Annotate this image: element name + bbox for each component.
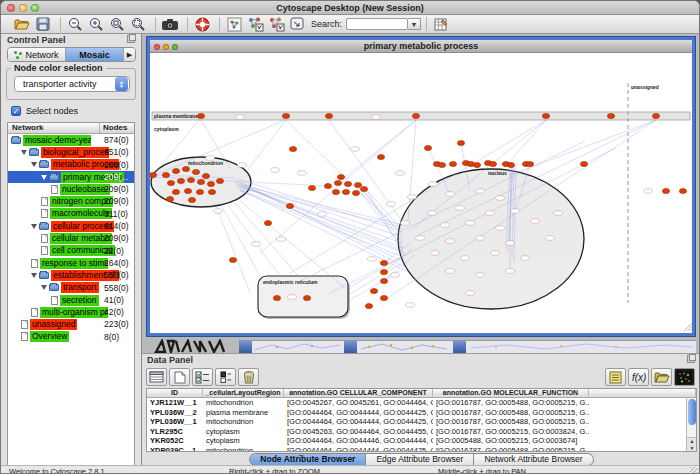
- network-label-node[interactable]: [446, 239, 455, 244]
- table-cell[interactable]: [GO:0045267, GO:0045261, GO:0044464, G..…: [284, 398, 433, 407]
- network-node[interactable]: [449, 161, 456, 166]
- attribute-table-row[interactable]: YJR121W__1mitochondrion[GO:0045267, GO:0…: [147, 398, 696, 408]
- network-node[interactable]: [166, 196, 173, 201]
- network-node[interactable]: [286, 203, 293, 208]
- network-label-node[interactable]: [214, 209, 223, 214]
- network-label-node[interactable]: [491, 251, 500, 256]
- network-node[interactable]: [192, 169, 199, 174]
- network-label-node[interactable]: [521, 256, 530, 261]
- tree-row-label[interactable]: biological_process: [41, 147, 109, 158]
- network-node[interactable]: [342, 189, 349, 194]
- network-label-node[interactable]: [554, 211, 563, 216]
- network-label-node[interactable]: [298, 171, 307, 176]
- network-label-node[interactable]: [446, 269, 455, 274]
- network-node[interactable]: [207, 181, 214, 186]
- background-window-thumbnail[interactable]: [252, 340, 344, 353]
- table-cell[interactable]: YPL036W__2: [147, 408, 203, 417]
- tree-row[interactable]: nucleobase-209(0): [8, 183, 134, 195]
- network-node[interactable]: [216, 178, 223, 183]
- network-node[interactable]: [380, 269, 387, 274]
- import-table-icon[interactable]: [432, 16, 450, 32]
- save-session-icon[interactable]: [34, 16, 52, 32]
- network-label-node[interactable]: [372, 115, 381, 120]
- compartment-nucleus[interactable]: [398, 169, 584, 309]
- new-attribute-icon[interactable]: [169, 368, 190, 386]
- network-node[interactable]: [177, 178, 184, 183]
- network-label-node[interactable]: [486, 211, 495, 216]
- table-cell[interactable]: mitochondrion: [203, 446, 284, 452]
- network-node[interactable]: [380, 278, 387, 283]
- network-node[interactable]: [187, 177, 194, 182]
- network-node[interactable]: [542, 113, 549, 118]
- tree-row[interactable]: secretion41(0): [8, 294, 134, 306]
- help-lifesaver-icon[interactable]: [193, 16, 211, 32]
- tree-row[interactable]: mosaic-demo-yeast874(0): [8, 134, 134, 146]
- network-node[interactable]: [324, 183, 331, 188]
- tree-row-label[interactable]: Overview: [30, 331, 69, 342]
- search-input[interactable]: [346, 18, 408, 30]
- network-label-node[interactable]: [506, 269, 515, 274]
- network-node[interactable]: [365, 303, 372, 308]
- tree-row[interactable]: metabolic process280(0): [8, 159, 134, 171]
- network-label-node[interactable]: [428, 211, 437, 216]
- network-node[interactable]: [360, 186, 367, 191]
- network-label-node[interactable]: [271, 168, 280, 173]
- network-node[interactable]: [473, 162, 480, 167]
- table-cell[interactable]: [GO:0016787, GO:0005215, GO:0003824, G..…: [433, 427, 589, 436]
- attribute-table-row[interactable]: YLR295Ccytoplasm[GO:0045263, GO:0044464,…: [147, 427, 696, 437]
- network-label-node[interactable]: [431, 251, 440, 256]
- network-label-node[interactable]: [441, 223, 450, 228]
- network-label-node[interactable]: [476, 273, 485, 278]
- table-cell[interactable]: cytoplasm: [203, 436, 284, 445]
- canvas-resize-grip[interactable]: [684, 323, 692, 331]
- attribute-list-icon[interactable]: [605, 368, 626, 386]
- network-node[interactable]: [380, 260, 387, 265]
- network-label-node[interactable]: [206, 156, 215, 161]
- network-label-node[interactable]: [406, 303, 415, 308]
- zoom-in-icon[interactable]: [87, 16, 105, 32]
- network-node[interactable]: [337, 174, 344, 179]
- attribute-table-row[interactable]: YKR052Ccytoplasm[GO:0044464, GO:0044446,…: [147, 436, 696, 446]
- network-label-node[interactable]: [351, 147, 360, 152]
- tree-row[interactable]: unassigned223(0): [8, 318, 134, 330]
- tree-row-label[interactable]: multi-organism pro: [40, 307, 108, 318]
- network-label-node[interactable]: [238, 163, 247, 168]
- network-node[interactable]: [662, 188, 669, 193]
- network-canvas[interactable]: plasma membranecytoplasmmitochondrionnuc…: [150, 53, 692, 333]
- disclosure-triangle-icon[interactable]: [21, 150, 27, 155]
- titlebar[interactable]: Cytoscape Desktop (New Session): [1, 1, 699, 15]
- network-node[interactable]: [202, 173, 209, 178]
- network-node[interactable]: [308, 185, 315, 190]
- network-label-node[interactable]: [506, 241, 515, 246]
- table-cell[interactable]: [GO:0044464, GO:0044444, GO:0044425, G..…: [284, 417, 433, 426]
- network-node[interactable]: [303, 295, 310, 300]
- network-node[interactable]: [182, 166, 189, 171]
- node-color-select[interactable]: transporter activity ▲▼: [14, 76, 130, 92]
- background-window-fragment[interactable]: [239, 340, 252, 353]
- network-label-node[interactable]: [476, 236, 485, 241]
- network-label-node[interactable]: [496, 226, 505, 231]
- tree-row-label[interactable]: mosaic-demo-yeast: [23, 135, 91, 146]
- network-node[interactable]: [229, 257, 236, 262]
- scrollbar-arrows[interactable]: ▲▼: [687, 437, 697, 451]
- network-node[interactable]: [325, 113, 332, 118]
- network-node[interactable]: [282, 113, 289, 118]
- tree-row[interactable]: cell communicat22(0): [8, 245, 134, 257]
- tree-row[interactable]: cellular metabo209(0): [8, 232, 134, 244]
- table-cell[interactable]: plasma membrane: [203, 408, 284, 417]
- network-node[interactable]: [196, 189, 203, 194]
- select-nodes-checkbox[interactable]: ✓: [11, 106, 21, 116]
- network-label-node[interactable]: [368, 257, 377, 262]
- attribute-table-row[interactable]: YPL036W__1mitochondrion[GO:0044464, GO:0…: [147, 417, 696, 427]
- network-node[interactable]: [354, 182, 361, 187]
- network-node[interactable]: [334, 180, 341, 185]
- network-node[interactable]: [150, 172, 157, 177]
- network-node[interactable]: [377, 154, 384, 159]
- col-cellular-component[interactable]: annotation.GO CELLULAR_COMPONENT: [284, 389, 433, 397]
- network-node[interactable]: [607, 113, 614, 118]
- network-node[interactable]: [652, 113, 659, 118]
- col-id[interactable]: ID: [147, 389, 203, 397]
- network-label-node[interactable]: [401, 221, 410, 226]
- import-attributes-icon[interactable]: [651, 368, 672, 386]
- network-node[interactable]: [167, 180, 174, 185]
